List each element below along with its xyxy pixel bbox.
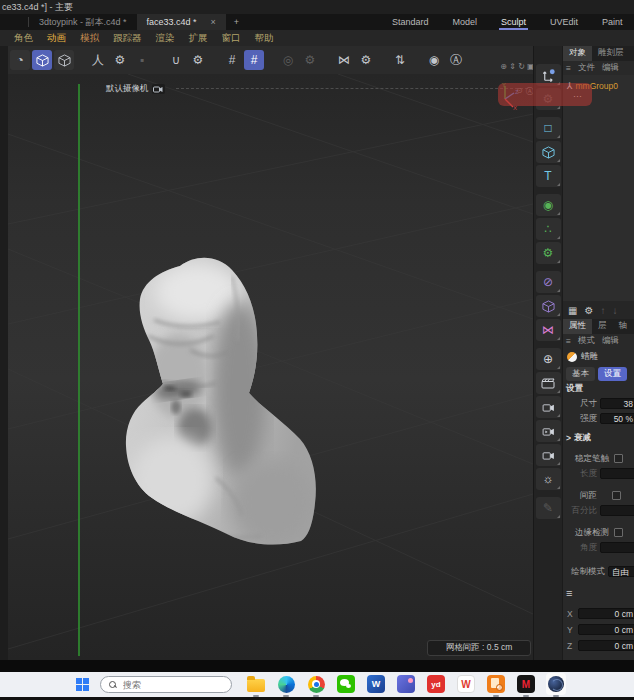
word-icon[interactable]: W (366, 674, 386, 694)
wps-icon[interactable]: W (456, 674, 476, 694)
tab-sculpt-layers[interactable]: 雕刻层 (592, 46, 630, 61)
attr-menu-mode[interactable]: 模式 (578, 335, 595, 347)
doc-viewer-icon[interactable] (486, 674, 506, 694)
size-input[interactable]: 38 (600, 398, 634, 409)
camera-alt-icon[interactable] (536, 444, 561, 466)
drawmode-select[interactable]: 自由 (608, 566, 634, 577)
menu-animation[interactable]: 动画 (47, 32, 66, 45)
layout-standard[interactable]: Standard (392, 17, 429, 27)
tab-basic[interactable]: 基本 (566, 367, 595, 381)
mirror-tool-icon[interactable]: ⋈ (334, 50, 354, 70)
text-tool-icon[interactable]: T (536, 165, 561, 187)
hex-a-icon[interactable]: Ⓐ (446, 50, 466, 70)
tab-settings[interactable]: 设置 (598, 367, 627, 381)
camera-label[interactable]: 默认摄像机 (106, 83, 165, 95)
coord-x-input[interactable]: 0 cm (578, 608, 634, 619)
search-input[interactable] (121, 679, 211, 691)
camera-play-icon[interactable] (536, 420, 561, 442)
attr-menu-icon[interactable]: ≡ (566, 336, 571, 346)
edge-icon[interactable] (276, 674, 296, 694)
pencil-disabled-icon[interactable]: ✎ (536, 497, 561, 519)
menu-simulate[interactable]: 模拟 (80, 32, 99, 45)
tab-objects[interactable]: 对象 (563, 46, 592, 61)
environment-globe-icon[interactable]: ⊕ (536, 348, 561, 370)
steady-stroke-checkbox[interactable] (614, 454, 623, 463)
chrome-icon[interactable] (306, 674, 326, 694)
coord-y-input[interactable]: 0 cm (578, 624, 634, 635)
tab-attributes[interactable]: 属性 (563, 319, 592, 334)
stage-clapper-icon[interactable] (536, 372, 561, 394)
tab-axis[interactable]: 轴 (613, 319, 634, 334)
light-icon[interactable]: ☼ (536, 468, 561, 490)
joint-settings-icon[interactable]: ⚙ (110, 50, 130, 70)
viewport-canvas[interactable]: 默认摄像机 ⊙ Ⓐ Y Z X (8, 74, 533, 660)
tab-layer[interactable]: 层 (592, 319, 613, 334)
layout-sculpt[interactable]: Sculpt (501, 17, 526, 27)
spline-circle-icon[interactable]: ◉ (536, 194, 561, 216)
cinema4d-icon[interactable] (546, 674, 566, 694)
wechat-icon[interactable] (336, 674, 356, 694)
rings-settings-icon[interactable]: ⚙ (300, 50, 320, 70)
joint-tool-icon[interactable]: 人 (88, 50, 108, 70)
deformer-cube-icon[interactable] (536, 295, 561, 317)
youdao-icon[interactable]: yd (426, 674, 446, 694)
cube-select-icon[interactable] (54, 50, 74, 70)
dolly-icon[interactable]: ⇕ (509, 62, 516, 72)
menu-edit[interactable]: 编辑 (602, 62, 619, 74)
cube-mode-icon[interactable] (32, 50, 52, 70)
generator-gear-icon[interactable]: ⚙ (536, 242, 561, 264)
tab-face33[interactable]: face33.c4d * × (137, 14, 226, 30)
menu-window[interactable]: 窗口 (222, 32, 241, 45)
hex-dot-icon[interactable]: ◉ (424, 50, 444, 70)
grid4-icon[interactable]: ▦ (568, 305, 577, 316)
menu-character[interactable]: 角色 (14, 32, 33, 45)
magnet-settings-icon[interactable]: ⚙ (188, 50, 208, 70)
brush-arc-icon[interactable]: ◔ (10, 50, 30, 70)
section-falloff[interactable]: > 衰减 (563, 431, 634, 445)
spline-mask-icon[interactable]: ⊘ (536, 271, 561, 293)
square-tool-icon[interactable]: ▪ (132, 50, 152, 70)
layout-uvedit[interactable]: UVEdit (550, 17, 578, 27)
menu-file[interactable]: 文件 (578, 62, 595, 74)
spacing-checkbox[interactable] (612, 491, 621, 500)
mirror-settings-icon[interactable]: ⚙ (356, 50, 376, 70)
menu-help[interactable]: 帮助 (255, 32, 274, 45)
menu-render[interactable]: 渲染 (156, 32, 175, 45)
tab-3dtoypink[interactable]: 3dtoypink - 副本.c4d * (29, 14, 137, 30)
camera-icon[interactable] (536, 396, 561, 418)
exchange-tool-icon[interactable]: ⇅ (390, 50, 410, 70)
strength-input[interactable]: 50 % (600, 413, 634, 424)
rect-select-icon[interactable]: □ (536, 117, 561, 139)
percent-input[interactable] (600, 505, 634, 516)
teams-icon[interactable] (396, 674, 416, 694)
attr-menu-edit[interactable]: 编辑 (602, 335, 619, 347)
menu-tracker[interactable]: 跟踪器 (113, 32, 142, 45)
magnet-tool-icon[interactable]: ∪ (166, 50, 186, 70)
grid-snap-icon[interactable]: # (244, 50, 264, 70)
tab-close-icon[interactable]: × (211, 17, 216, 27)
orbit-icon[interactable]: ↻ (518, 62, 525, 72)
windows-start-button[interactable] (76, 678, 89, 691)
rings-tool-icon[interactable]: ◎ (278, 50, 298, 70)
grid-tool-icon[interactable]: # (222, 50, 242, 70)
new-tab-button[interactable]: + (226, 14, 247, 30)
coord-z-input[interactable]: 0 cm (578, 640, 634, 651)
nav-back-icon[interactable]: ↑ (600, 305, 605, 316)
panel-grip[interactable]: ≡ (563, 587, 634, 599)
nav-forward-icon[interactable]: ↓ (612, 305, 617, 316)
menu-extensions[interactable]: 扩展 (189, 32, 208, 45)
mail-master-icon[interactable]: M (516, 674, 536, 694)
length-input[interactable] (600, 468, 634, 479)
sculpt-model[interactable] (120, 240, 350, 580)
panel-menu-icon[interactable]: ≡ (566, 63, 571, 73)
field-plane-icon[interactable]: ⋈ (536, 319, 561, 341)
cube-primitive-icon[interactable] (536, 141, 561, 163)
taskbar-search[interactable] (100, 676, 232, 693)
angle-input[interactable] (600, 542, 634, 553)
layout-paint[interactable]: Paint (602, 17, 623, 27)
settings-gear-icon[interactable]: ⚙ (584, 305, 593, 316)
file-explorer-icon[interactable] (246, 674, 266, 694)
metaball-icon[interactable]: ∴ (536, 218, 561, 240)
edge-detect-checkbox[interactable] (614, 528, 623, 537)
pan-icon[interactable]: ⊕ (500, 62, 507, 72)
